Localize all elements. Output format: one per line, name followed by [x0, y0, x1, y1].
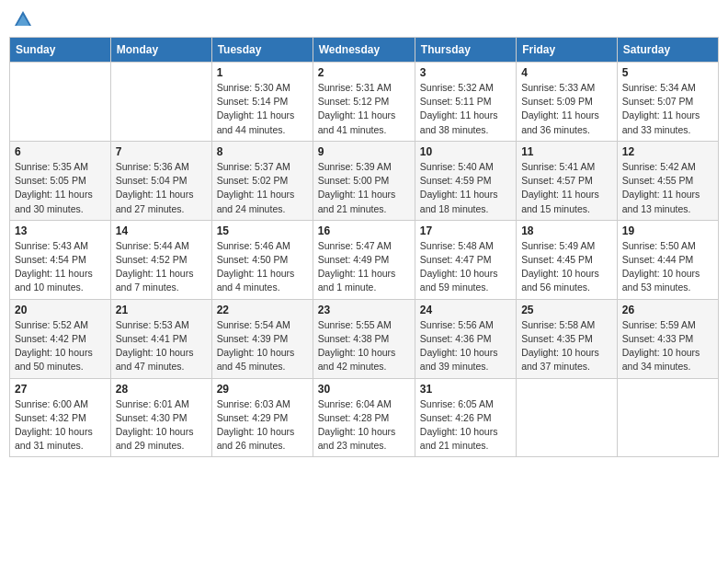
week-row-2: 6Sunrise: 5:35 AM Sunset: 5:05 PM Daylig… — [10, 141, 719, 220]
day-info: Sunrise: 5:49 AM Sunset: 4:45 PM Dayligh… — [521, 239, 612, 295]
day-info: Sunrise: 5:39 AM Sunset: 5:00 PM Dayligh… — [318, 160, 410, 216]
calendar-cell: 5Sunrise: 5:34 AM Sunset: 5:07 PM Daylig… — [617, 63, 718, 142]
calendar-cell: 28Sunrise: 6:01 AM Sunset: 4:30 PM Dayli… — [110, 378, 211, 457]
calendar-cell: 2Sunrise: 5:31 AM Sunset: 5:12 PM Daylig… — [313, 63, 415, 142]
day-number: 16 — [318, 224, 410, 237]
day-number: 31 — [420, 383, 511, 396]
weekday-header-tuesday: Tuesday — [211, 38, 313, 63]
calendar-cell: 16Sunrise: 5:47 AM Sunset: 4:49 PM Dayli… — [313, 220, 415, 299]
day-info: Sunrise: 5:55 AM Sunset: 4:38 PM Dayligh… — [318, 318, 410, 374]
day-number: 22 — [217, 304, 308, 316]
weekday-header-row: SundayMondayTuesdayWednesdayThursdayFrid… — [10, 38, 719, 63]
day-info: Sunrise: 5:36 AM Sunset: 5:04 PM Dayligh… — [116, 160, 207, 216]
day-info: Sunrise: 5:43 AM Sunset: 4:54 PM Dayligh… — [15, 239, 106, 295]
day-number: 13 — [15, 224, 106, 237]
calendar-cell: 20Sunrise: 5:52 AM Sunset: 4:42 PM Dayli… — [10, 299, 111, 378]
logo-icon — [13, 9, 33, 29]
calendar-cell — [617, 378, 718, 457]
day-number: 30 — [318, 383, 410, 396]
calendar-cell: 25Sunrise: 5:58 AM Sunset: 4:35 PM Dayli… — [517, 299, 618, 378]
day-number: 6 — [15, 145, 106, 158]
day-info: Sunrise: 6:00 AM Sunset: 4:32 PM Dayligh… — [15, 397, 106, 454]
weekday-header-monday: Monday — [110, 38, 211, 63]
calendar-cell: 19Sunrise: 5:50 AM Sunset: 4:44 PM Dayli… — [617, 220, 718, 299]
calendar-cell: 29Sunrise: 6:03 AM Sunset: 4:29 PM Dayli… — [211, 378, 313, 457]
week-row-1: 1Sunrise: 5:30 AM Sunset: 5:14 PM Daylig… — [10, 63, 719, 142]
day-info: Sunrise: 5:32 AM Sunset: 5:11 PM Dayligh… — [420, 81, 511, 137]
weekday-header-wednesday: Wednesday — [313, 38, 415, 63]
day-info: Sunrise: 5:44 AM Sunset: 4:52 PM Dayligh… — [116, 239, 207, 295]
day-number: 19 — [622, 224, 713, 237]
day-info: Sunrise: 5:56 AM Sunset: 4:36 PM Dayligh… — [420, 318, 511, 374]
day-number: 26 — [622, 304, 713, 316]
day-number: 8 — [217, 145, 308, 158]
day-info: Sunrise: 6:01 AM Sunset: 4:30 PM Dayligh… — [116, 397, 207, 454]
day-info: Sunrise: 5:42 AM Sunset: 4:55 PM Dayligh… — [622, 160, 713, 216]
week-row-3: 13Sunrise: 5:43 AM Sunset: 4:54 PM Dayli… — [10, 220, 719, 299]
calendar-cell: 10Sunrise: 5:40 AM Sunset: 4:59 PM Dayli… — [415, 141, 516, 220]
calendar-cell: 11Sunrise: 5:41 AM Sunset: 4:57 PM Dayli… — [517, 141, 618, 220]
day-number: 23 — [318, 304, 410, 316]
day-info: Sunrise: 5:30 AM Sunset: 5:14 PM Dayligh… — [217, 81, 308, 137]
day-number: 24 — [420, 304, 511, 316]
day-number: 27 — [15, 383, 106, 396]
calendar-cell: 26Sunrise: 5:59 AM Sunset: 4:33 PM Dayli… — [617, 299, 718, 378]
day-info: Sunrise: 5:35 AM Sunset: 5:05 PM Dayligh… — [15, 160, 106, 216]
day-number: 5 — [622, 66, 713, 79]
day-info: Sunrise: 5:40 AM Sunset: 4:59 PM Dayligh… — [420, 160, 511, 216]
day-number: 4 — [521, 66, 612, 79]
calendar-cell: 21Sunrise: 5:53 AM Sunset: 4:41 PM Dayli… — [110, 299, 211, 378]
calendar-cell: 13Sunrise: 5:43 AM Sunset: 4:54 PM Dayli… — [10, 220, 111, 299]
weekday-header-friday: Friday — [517, 38, 618, 63]
weekday-header-saturday: Saturday — [617, 38, 718, 63]
day-info: Sunrise: 5:33 AM Sunset: 5:09 PM Dayligh… — [521, 81, 612, 137]
calendar-cell: 3Sunrise: 5:32 AM Sunset: 5:11 PM Daylig… — [415, 63, 516, 142]
day-info: Sunrise: 5:34 AM Sunset: 5:07 PM Dayligh… — [622, 81, 713, 137]
weekday-header-sunday: Sunday — [10, 38, 111, 63]
calendar-cell: 30Sunrise: 6:04 AM Sunset: 4:28 PM Dayli… — [313, 378, 415, 457]
day-number: 3 — [420, 66, 511, 79]
calendar-cell: 22Sunrise: 5:54 AM Sunset: 4:39 PM Dayli… — [211, 299, 313, 378]
day-info: Sunrise: 5:41 AM Sunset: 4:57 PM Dayligh… — [521, 160, 612, 216]
day-number: 1 — [217, 66, 308, 79]
calendar-cell: 8Sunrise: 5:37 AM Sunset: 5:02 PM Daylig… — [211, 141, 313, 220]
day-info: Sunrise: 5:50 AM Sunset: 4:44 PM Dayligh… — [622, 239, 713, 295]
page-header — [9, 9, 719, 29]
day-number: 15 — [217, 224, 308, 237]
calendar-cell: 12Sunrise: 5:42 AM Sunset: 4:55 PM Dayli… — [617, 141, 718, 220]
calendar-cell — [10, 63, 111, 142]
day-info: Sunrise: 5:54 AM Sunset: 4:39 PM Dayligh… — [217, 318, 308, 374]
day-number: 21 — [116, 304, 207, 316]
day-number: 28 — [116, 383, 207, 396]
day-info: Sunrise: 5:37 AM Sunset: 5:02 PM Dayligh… — [217, 160, 308, 216]
day-number: 25 — [521, 304, 612, 316]
day-number: 29 — [217, 383, 308, 396]
weekday-header-thursday: Thursday — [415, 38, 516, 63]
week-row-5: 27Sunrise: 6:00 AM Sunset: 4:32 PM Dayli… — [10, 378, 719, 457]
calendar-cell: 14Sunrise: 5:44 AM Sunset: 4:52 PM Dayli… — [110, 220, 211, 299]
day-number: 12 — [622, 145, 713, 158]
calendar-cell: 24Sunrise: 5:56 AM Sunset: 4:36 PM Dayli… — [415, 299, 516, 378]
day-info: Sunrise: 6:04 AM Sunset: 4:28 PM Dayligh… — [318, 397, 410, 454]
day-number: 14 — [116, 224, 207, 237]
day-info: Sunrise: 5:48 AM Sunset: 4:47 PM Dayligh… — [420, 239, 511, 295]
calendar-cell: 31Sunrise: 6:05 AM Sunset: 4:26 PM Dayli… — [415, 378, 516, 457]
calendar-cell — [110, 63, 211, 142]
day-info: Sunrise: 6:05 AM Sunset: 4:26 PM Dayligh… — [420, 397, 511, 454]
day-info: Sunrise: 6:03 AM Sunset: 4:29 PM Dayligh… — [217, 397, 308, 454]
calendar-cell: 6Sunrise: 5:35 AM Sunset: 5:05 PM Daylig… — [10, 141, 111, 220]
day-number: 11 — [521, 145, 612, 158]
day-number: 9 — [318, 145, 410, 158]
week-row-4: 20Sunrise: 5:52 AM Sunset: 4:42 PM Dayli… — [10, 299, 719, 378]
day-info: Sunrise: 5:59 AM Sunset: 4:33 PM Dayligh… — [622, 318, 713, 374]
calendar-cell: 9Sunrise: 5:39 AM Sunset: 5:00 PM Daylig… — [313, 141, 415, 220]
day-number: 2 — [318, 66, 410, 79]
day-info: Sunrise: 5:58 AM Sunset: 4:35 PM Dayligh… — [521, 318, 612, 374]
calendar-cell: 23Sunrise: 5:55 AM Sunset: 4:38 PM Dayli… — [313, 299, 415, 378]
calendar-cell: 18Sunrise: 5:49 AM Sunset: 4:45 PM Dayli… — [517, 220, 618, 299]
calendar-cell: 4Sunrise: 5:33 AM Sunset: 5:09 PM Daylig… — [517, 63, 618, 142]
calendar-cell: 7Sunrise: 5:36 AM Sunset: 5:04 PM Daylig… — [110, 141, 211, 220]
day-info: Sunrise: 5:52 AM Sunset: 4:42 PM Dayligh… — [15, 318, 106, 374]
calendar-cell: 27Sunrise: 6:00 AM Sunset: 4:32 PM Dayli… — [10, 378, 111, 457]
day-number: 10 — [420, 145, 511, 158]
